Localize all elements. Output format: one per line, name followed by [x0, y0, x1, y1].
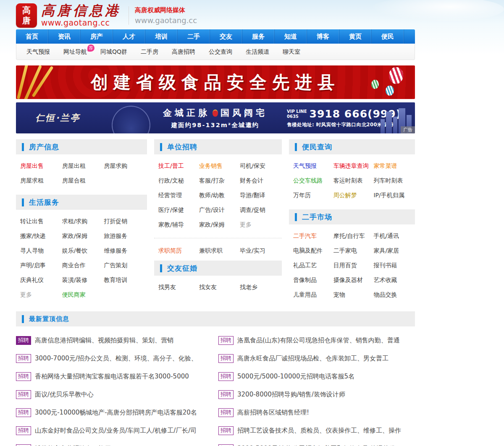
subnav-item[interactable]: 天气预报	[20, 44, 57, 60]
listing-link[interactable]: 香柏网络大量招聘淘宝客服电话客服若干名3000-5000	[35, 373, 189, 381]
category-link[interactable]: IP/手机归属	[373, 188, 414, 203]
category-link[interactable]: 求职简历	[158, 243, 199, 258]
nav-item[interactable]: 博客	[307, 29, 339, 44]
subnav-item[interactable]: 同城QQ群	[94, 44, 134, 60]
subnav-item[interactable]: 二手房	[134, 44, 165, 60]
nav-item[interactable]: 便民	[372, 29, 404, 44]
listing-link[interactable]: 5000元/5000-10000元招聘电话客服5名	[237, 373, 354, 381]
nav-item[interactable]: 二手	[178, 29, 210, 44]
nav-item[interactable]: 黄页	[339, 29, 372, 44]
nav-item[interactable]: 资讯	[48, 29, 81, 44]
listing-link[interactable]: 3000元-10000畅城地产-高唐分部招聘房产电话客服20名	[35, 409, 197, 417]
category-link[interactable]: 二手家电	[333, 243, 374, 258]
category-link[interactable]: 房屋求购	[104, 159, 146, 173]
subnav-item[interactable]: 网址导航荐	[57, 44, 94, 60]
category-link[interactable]: 教育培训	[104, 273, 146, 287]
category-link[interactable]: 摄像及器材	[333, 273, 374, 287]
category-link[interactable]: 娱乐/餐饮	[62, 243, 104, 258]
category-link[interactable]: 房屋求租	[20, 173, 62, 188]
category-link[interactable]: 找女友	[199, 280, 240, 295]
category-link[interactable]: 行政/文秘	[158, 173, 199, 188]
category-link[interactable]: 司机/保安	[240, 159, 281, 173]
category-link[interactable]: 技工/普工	[158, 159, 199, 173]
category-link[interactable]: 广告/设计	[199, 203, 240, 217]
category-link[interactable]: 广告策划	[104, 258, 146, 273]
category-link[interactable]: 更多	[240, 217, 281, 232]
category-link[interactable]: 房屋出售	[20, 159, 62, 173]
category-link[interactable]: 财务会计	[240, 173, 281, 188]
subnav-item[interactable]: 聊天室	[276, 44, 307, 60]
listing-link[interactable]: 洛凰食品(山东)有限公司现急招仓库保管、销售内勤、普通	[237, 336, 400, 344]
category-link[interactable]: 列车时刻表	[373, 173, 414, 188]
category-link[interactable]: 万年历	[293, 188, 333, 203]
category-link[interactable]: 日用百货	[333, 258, 374, 273]
category-link[interactable]: 庆典礼仪	[20, 273, 62, 287]
listing-link[interactable]: 面议/优贝乐早教中心	[35, 391, 94, 399]
category-link[interactable]: 维修服务	[104, 243, 146, 258]
category-link[interactable]: 电脑及配件	[293, 243, 333, 258]
subnav-item[interactable]: 高唐招聘	[165, 44, 202, 60]
category-link[interactable]: 家具/家居	[373, 243, 414, 258]
category-link[interactable]: 教师/幼教	[199, 188, 240, 203]
category-link[interactable]: 客服/打杂	[199, 173, 240, 188]
category-link[interactable]: 寻人寻物	[20, 243, 62, 258]
category-link[interactable]: 物品交换	[373, 287, 414, 302]
site-url[interactable]: www.gaotang.cc	[41, 18, 121, 27]
category-link[interactable]: 周公解梦	[333, 188, 374, 203]
site-logo-seal[interactable]: 高 唐	[16, 3, 37, 28]
subnav-item[interactable]: 公交查询	[202, 44, 239, 60]
category-link[interactable]: 搬家/快递	[20, 229, 62, 243]
listing-link[interactable]: 3200-8000招聘导购/销售/装饰设计师	[237, 391, 345, 399]
category-link[interactable]: 兼职求职	[199, 243, 240, 258]
category-link[interactable]: 宠物	[333, 287, 374, 302]
category-link[interactable]: 天气预报	[293, 159, 333, 173]
category-link[interactable]: 调查/促销	[240, 203, 281, 217]
category-link[interactable]: 便民商家	[62, 287, 104, 302]
category-link[interactable]: 礼品工艺	[293, 258, 333, 273]
category-link[interactable]: 客运时刻表	[333, 173, 374, 188]
category-link[interactable]: 手机/通讯	[373, 229, 414, 243]
category-link[interactable]: 找老乡	[240, 280, 281, 295]
category-link[interactable]: 房屋出租	[62, 159, 104, 173]
category-link[interactable]: 摩托/自行车	[333, 229, 374, 243]
category-link[interactable]: 车辆违章查询	[333, 159, 374, 173]
listing-link[interactable]: 高唐信息港招聘编辑、视频拍摄剪辑、策划、营销	[35, 336, 173, 344]
category-link[interactable]: 经营管理	[158, 188, 199, 203]
listing-link[interactable]: 高薪招聘各区域销售经理!	[237, 409, 309, 417]
food-safety-banner[interactable]: 创建省级食品安全先进县	[16, 65, 415, 99]
category-link[interactable]: 房屋合租	[62, 173, 104, 188]
nav-item[interactable]: 培训	[145, 29, 178, 44]
category-link[interactable]: 报刊书籍	[373, 258, 414, 273]
category-link[interactable]: 更多	[20, 287, 62, 302]
category-link[interactable]: 旅游服务	[104, 229, 146, 243]
listing-link[interactable]: 招聘工艺设备技术员、质检员、仪表操作工、维修工、操作	[237, 427, 401, 435]
category-link[interactable]: 找男友	[158, 280, 199, 295]
category-link[interactable]: 二手汽车	[293, 229, 333, 243]
category-link[interactable]: 转让出售	[20, 214, 62, 229]
category-link[interactable]: 医疗/保健	[158, 203, 199, 217]
category-link[interactable]: 导游/翻译	[240, 188, 281, 203]
category-link[interactable]: 毕业/实习	[240, 243, 281, 258]
listing-link[interactable]: 3000-7000元/招办公文员、检测、环境、高分子、化验、	[35, 355, 197, 363]
category-link[interactable]: 商业合作	[62, 258, 104, 273]
category-link[interactable]: 公交车线路	[293, 173, 333, 188]
subnav-item[interactable]: 生活频道	[239, 44, 276, 60]
category-link[interactable]: 装潢/装修	[62, 273, 104, 287]
category-link[interactable]: 家政/保姆	[62, 229, 104, 243]
category-link[interactable]: 儿童用品	[293, 287, 333, 302]
property-ad-banner[interactable]: 仁恒·兰亭 金城正脉国风阔宅 建面约98-132m²全城邀约 VIP LINE …	[16, 102, 415, 133]
category-link[interactable]: 家政/保姆	[199, 217, 240, 232]
category-link[interactable]: 家教/辅导	[158, 217, 199, 232]
nav-item[interactable]: 房产	[81, 29, 113, 44]
listing-link[interactable]: 山东金好时食品公司文员/业务员/车间工人/机修工/厂长/司	[35, 427, 197, 435]
nav-item[interactable]: 人才	[113, 29, 145, 44]
category-link[interactable]: 艺术收藏	[373, 273, 414, 287]
category-link[interactable]: 音像制品	[293, 273, 333, 287]
nav-item[interactable]: 交友	[210, 29, 242, 44]
category-link[interactable]: 声明/启事	[20, 258, 62, 273]
nav-item[interactable]: 首页	[16, 29, 48, 44]
category-link[interactable]: 业务销售	[199, 159, 240, 173]
category-link[interactable]: 家常菜谱	[373, 159, 414, 173]
category-link[interactable]: 求租/求购	[62, 214, 104, 229]
site-name[interactable]: 高唐信息港	[41, 4, 121, 17]
